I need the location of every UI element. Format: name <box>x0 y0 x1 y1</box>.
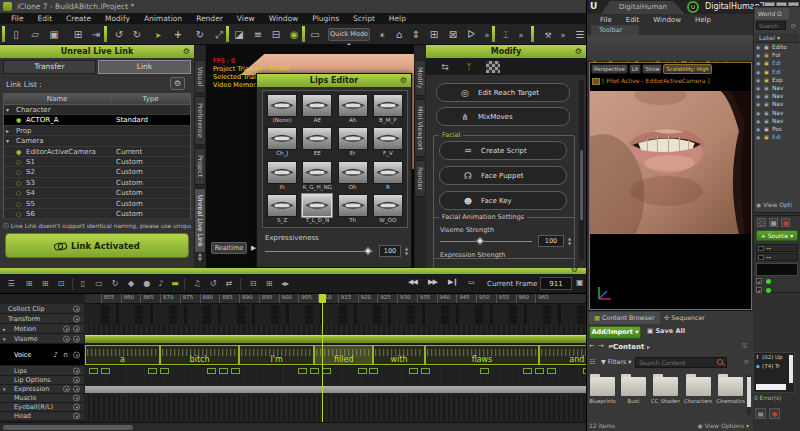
add-camera-icon[interactable]: ⊞ <box>22 277 36 290</box>
eraser-icon[interactable] <box>231 27 247 42</box>
transform-track[interactable] <box>85 315 586 324</box>
menu-item[interactable]: Window <box>646 16 688 24</box>
side-tab[interactable]: Visual <box>194 60 206 93</box>
voice-clip[interactable]: with <box>373 345 424 365</box>
link-settings-button[interactable]: ⚙ <box>170 77 185 90</box>
eye-icon[interactable]: ◉ <box>756 117 760 125</box>
motion-track[interactable] <box>85 325 586 334</box>
viseme-key-chip[interactable] <box>322 368 331 374</box>
refresh-icon[interactable]: ⟳ <box>791 22 796 29</box>
viseme-key-chip[interactable] <box>231 368 240 374</box>
view-options-button[interactable]: ◉ View Options ▾ <box>698 422 749 429</box>
frame-counter-icon[interactable]: ⊞ <box>262 277 276 290</box>
tab-content-browser[interactable]: ▦Content Browser <box>589 312 660 324</box>
viseme-thumbnail[interactable]: (None) <box>265 93 299 125</box>
content-search-input[interactable] <box>635 357 727 368</box>
motion-icon[interactable] <box>463 27 479 42</box>
mirror-icon[interactable]: ⊟ <box>246 277 260 290</box>
home-view-icon[interactable] <box>391 27 407 42</box>
fit-frame-icon[interactable] <box>408 27 424 42</box>
output-log-icon[interactable]: ▤ <box>755 408 766 419</box>
viseme-key-chip[interactable] <box>298 368 307 374</box>
viseme-thumbnail[interactable]: R <box>371 160 405 192</box>
forward-button[interactable]: ▶▶ <box>428 278 437 286</box>
face-puppet-button[interactable]: Face Puppet <box>439 166 567 185</box>
avatar-tab-icon[interactable] <box>462 61 476 73</box>
track-options-button[interactable] <box>63 335 70 342</box>
undo-icon[interactable] <box>111 27 127 42</box>
track-options-button[interactable] <box>73 413 80 420</box>
head-track[interactable] <box>85 413 586 421</box>
outliner-row[interactable]: ◉ ▣ Edi <box>755 133 799 141</box>
gear-icon[interactable]: ⚙ <box>183 45 190 58</box>
forward-arrow-icon[interactable]: → <box>598 342 604 350</box>
speed-clip-icon[interactable]: ◆ <box>124 277 138 290</box>
realtime-dropdown[interactable]: Realtime <box>211 242 247 254</box>
filters-dropdown[interactable]: ▼ Filters ▾ <box>601 358 631 365</box>
redo-icon[interactable] <box>129 27 145 42</box>
viseme-key-chip[interactable] <box>535 368 544 374</box>
presets-icon[interactable]: ▦ <box>769 218 778 227</box>
viseme-key-chip[interactable] <box>101 368 110 374</box>
toolbar-button[interactable]: Content <box>705 37 727 61</box>
panel-header[interactable]: Lips Editor ⚙ <box>257 74 411 87</box>
outliner-row[interactable]: ◉ ▣ Exp <box>755 76 799 84</box>
music-icon[interactable]: ♫ <box>190 277 204 290</box>
track-options-button[interactable] <box>73 377 80 384</box>
table-row[interactable]: S1 Custom <box>4 157 190 167</box>
track-options-button[interactable] <box>73 367 80 374</box>
link-activated-button[interactable]: Link Activated <box>5 233 189 258</box>
track-options-button[interactable] <box>73 386 80 393</box>
table-row[interactable]: ACTOR_A Standard <box>4 115 190 125</box>
layout-icon[interactable] <box>307 27 323 42</box>
menu-item[interactable]: Render <box>189 14 230 23</box>
viseme-thumbnail[interactable]: S_Z <box>265 193 299 225</box>
table-row[interactable]: S4 Custom <box>4 188 190 198</box>
slider-handle[interactable] <box>364 247 372 255</box>
playhead[interactable] <box>322 294 323 422</box>
viseme-key-chip[interactable] <box>369 368 378 374</box>
save-search-icon[interactable]: ⟳ <box>744 358 749 365</box>
gear-icon[interactable]: ⚙ <box>400 74 407 87</box>
next-frame-button[interactable]: ▶❙ <box>448 278 457 286</box>
viseme-key-chip[interactable] <box>547 368 556 374</box>
rewind-button[interactable]: ◀◀ <box>408 278 417 286</box>
viewport-option-button[interactable]: Lit <box>629 64 642 74</box>
message-row[interactable]: !(02) Up <box>754 353 794 362</box>
material-tab-icon[interactable] <box>486 61 500 73</box>
record-icon[interactable]: ● <box>769 408 780 419</box>
track-lips[interactable]: Lips <box>0 366 84 376</box>
twisty-icon[interactable] <box>6 105 14 115</box>
menu-item[interactable]: Edit <box>619 16 647 24</box>
menu-item[interactable]: File <box>593 16 619 24</box>
folder-item[interactable]: Characters <box>684 375 712 417</box>
eye-icon[interactable]: ◉ <box>756 68 760 76</box>
viewport-option-button[interactable]: Show <box>642 64 662 74</box>
add-source-button[interactable]: + Source ▾ <box>756 230 798 241</box>
eye-icon[interactable]: ◉ <box>756 51 760 59</box>
viseme-thumbnail[interactable]: Th <box>336 193 370 225</box>
side-tab[interactable]: Mini Viewport <box>414 99 426 157</box>
toolbar-button[interactable]: Source Control <box>635 37 676 61</box>
move-tool-icon[interactable] <box>170 27 186 42</box>
viseme-thumbnail[interactable]: Er <box>336 126 370 158</box>
eye-icon[interactable]: ◉ <box>756 84 760 92</box>
timeline-scrollbar[interactable] <box>0 422 586 431</box>
outliner-row[interactable]: ◉ ▣ Edito <box>755 43 799 51</box>
eye-icon[interactable]: ◉ <box>756 59 760 67</box>
eye-icon[interactable]: ◉ <box>756 125 760 133</box>
viseme-key-chip[interactable] <box>207 368 216 374</box>
menu-item[interactable]: Help <box>688 16 718 24</box>
scene-tool-icon[interactable] <box>498 27 514 42</box>
breadcrumb[interactable]: Content <box>613 343 644 351</box>
current-frame-input[interactable] <box>540 277 572 290</box>
track-collect-clip[interactable]: Collect Clip <box>0 304 84 314</box>
menu-item[interactable]: File <box>4 14 31 23</box>
headphone-icon[interactable]: ∩ <box>63 351 68 359</box>
menu-item[interactable]: Window <box>262 14 306 23</box>
loop-clip-icon[interactable]: ↻ <box>108 277 122 290</box>
outliner-row[interactable]: ◉ ▣ Fol <box>755 51 799 59</box>
viseme-thumbnail[interactable]: F_V <box>371 126 405 158</box>
viseme-thumbnail[interactable]: Ah <box>336 93 370 125</box>
track-options-button[interactable] <box>73 315 80 322</box>
